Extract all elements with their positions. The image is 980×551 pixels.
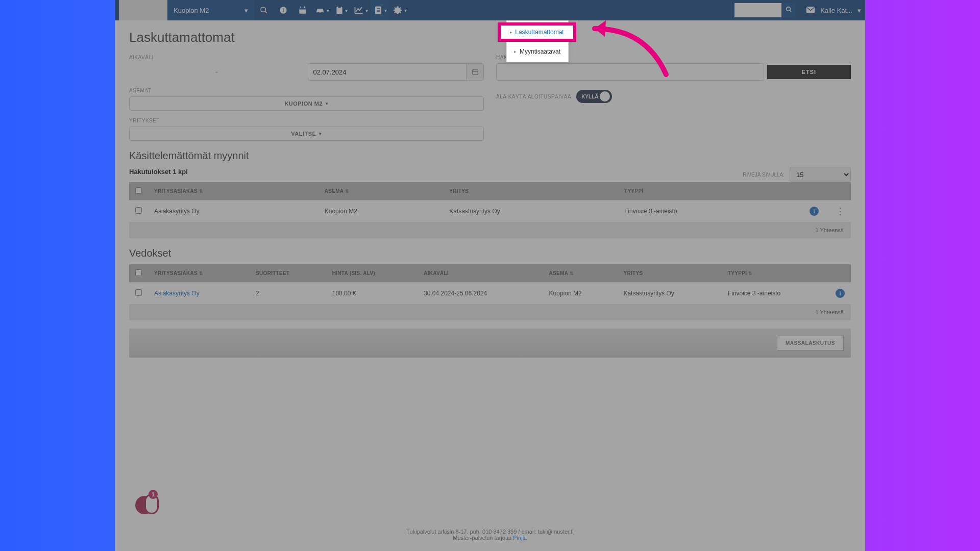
svg-line-1 [265, 11, 266, 13]
yritykset-label: YRITYKSET [129, 118, 484, 123]
gear-icon[interactable] [390, 0, 409, 20]
svg-point-0 [261, 7, 265, 12]
toggle-startdate[interactable]: KYLLÄ [576, 90, 612, 103]
table2-footer: 1 Yhteensä [129, 304, 851, 320]
toggle-label: ÄLÄ KÄYTÄ ALOITUSPÄIVÄÄ [496, 94, 571, 99]
kebab-icon[interactable]: ⋮ [836, 206, 845, 216]
results-count: Hakutulokset 1 kpl [129, 168, 188, 176]
cell2-tyyppi: Finvoice 3 -aineisto [722, 283, 829, 305]
cell-tyyppi: Finvoice 3 -aineisto [618, 201, 799, 222]
top-search [734, 3, 796, 17]
col2-yritys[interactable]: YRITYS [617, 264, 721, 283]
mail-icon [806, 6, 815, 15]
svg-text:i: i [283, 8, 284, 13]
top-search-input[interactable] [734, 3, 781, 17]
cell-asema: Kuopion M2 [318, 201, 444, 222]
massbtn-row: MASSALASKUTUS [129, 329, 851, 358]
section2-title: Vedokset [129, 247, 851, 259]
svg-rect-11 [338, 6, 341, 8]
clipboard-icon[interactable] [332, 0, 351, 20]
content: Laskuttamattomat AIKAVÄLI - ASEMAT KUOPI… [115, 20, 865, 367]
footer: Tukipalvelut arkisin 8-17. puh: 010 3472… [115, 529, 865, 541]
cell2-hinta: 100,00 € [326, 283, 418, 305]
svg-point-8 [317, 12, 318, 13]
col-tyyppi[interactable]: TYYPPI [618, 182, 799, 201]
info-icon[interactable]: i [810, 207, 819, 216]
cell2-suoritteet: 2 [250, 283, 326, 305]
billing-dropdown: Laskuttamattomat Myyntisaatavat [506, 20, 569, 62]
yritykset-dropdown[interactable]: VALITSE [129, 127, 484, 141]
col2-asema[interactable]: ASEMA [543, 264, 618, 283]
cell-yritys: Katsastusyritys Oy [443, 201, 618, 222]
svg-rect-10 [336, 7, 342, 14]
search-icon[interactable] [254, 0, 274, 20]
perpage-label: RIVEJÄ SIVULLA: [743, 172, 785, 178]
row-checkbox[interactable] [135, 207, 142, 214]
top-search-button[interactable] [781, 3, 796, 17]
calendar-icon[interactable] [293, 0, 312, 20]
select-all-2[interactable] [135, 269, 142, 276]
search-button[interactable]: ETSI [767, 65, 851, 79]
list-icon[interactable] [371, 0, 390, 20]
table1-footer: 1 Yhteensä [129, 222, 851, 238]
topbar: Kuopion M2 ▾ i [115, 0, 865, 20]
hakusana-input[interactable] [496, 63, 764, 81]
col-yritysasiakas[interactable]: YRITYSASIAKAS [148, 182, 318, 201]
cell2-yritys: Katsastusyritys Oy [617, 283, 721, 305]
svg-rect-19 [806, 7, 815, 13]
col2-yritysasiakas[interactable]: YRITYSASIAKAS [148, 264, 250, 283]
table-drafts: YRITYSASIAKAS SUORITTEET HINTA (SIS. ALV… [129, 264, 851, 304]
row-checkbox[interactable] [135, 289, 142, 296]
logo [119, 0, 167, 20]
asemat-dropdown[interactable]: KUOPION M2 [129, 96, 484, 111]
col-asema[interactable]: ASEMA [318, 182, 444, 201]
col2-aikavali[interactable]: AIKAVÄLI [418, 264, 543, 283]
chart-icon[interactable] [351, 0, 371, 20]
date-to-input[interactable] [308, 64, 467, 80]
badge-count: 1 [149, 490, 158, 499]
filters: AIKAVÄLI - ASEMAT KUOPION M2 YRITYKSET V… [129, 55, 851, 141]
footer-line1: Tukipalvelut arkisin 8-17. puh: 010 3472… [115, 529, 865, 535]
select-all-1[interactable] [135, 187, 142, 194]
svg-point-17 [786, 7, 790, 11]
date-from[interactable]: - [129, 67, 305, 77]
col2-hinta[interactable]: HINTA (SIS. ALV) [326, 264, 418, 283]
chevron-down-icon: ▾ [244, 7, 248, 14]
chevron-down-icon: ▾ [857, 7, 861, 14]
mass-invoice-button[interactable]: MASSALASKUTUS [777, 336, 844, 350]
calendar-button[interactable] [466, 64, 483, 80]
cell2-aikavali: 30.04.2024-25.06.2024 [418, 283, 543, 305]
table-row: Asiakasyritys Oy 2 100,00 € 30.04.2024-2… [129, 283, 851, 305]
help-widget[interactable]: 1 [135, 490, 160, 514]
asemat-label: ASEMAT [129, 88, 484, 93]
user-name: Kalle Kat... [820, 7, 852, 14]
cell-yritysasiakas: Asiakasyritys Oy [148, 201, 318, 222]
table-row: Asiakasyritys Oy Kuopion M2 Katsastusyri… [129, 201, 851, 222]
footer-link[interactable]: Pinja [513, 535, 525, 541]
col2-suoritteet[interactable]: SUORITTEET [250, 264, 326, 283]
svg-rect-5 [299, 8, 306, 10]
cell2-yritysasiakas[interactable]: Asiakasyritys Oy [148, 283, 250, 305]
perpage-select[interactable]: 15 [790, 167, 851, 182]
page-title: Laskuttamattomat [129, 30, 851, 45]
svg-line-18 [790, 10, 791, 12]
section1-title: Käsittelemättömät myynnit [129, 150, 851, 162]
svg-rect-20 [472, 70, 478, 74]
info-icon[interactable]: i [836, 289, 845, 298]
menu-laskuttamattomat[interactable]: Laskuttamattomat [507, 21, 568, 41]
info-icon[interactable]: i [274, 0, 293, 20]
menu-myyntisaatavat[interactable]: Myyntisaatavat [507, 41, 568, 62]
station-label: Kuopion M2 [174, 7, 209, 14]
table-unprocessed: YRITYSASIAKAS ASEMA YRITYS TYYPPI Asiaka… [129, 182, 851, 222]
user-menu[interactable]: Kalle Kat... ▾ [806, 6, 861, 15]
aikavali-label: AIKAVÄLI [129, 55, 484, 60]
col-yritys[interactable]: YRITYS [443, 182, 618, 201]
svg-point-9 [321, 12, 323, 13]
car-icon[interactable] [312, 0, 332, 20]
cell2-asema: Kuopion M2 [543, 283, 618, 305]
col2-tyyppi[interactable]: TYYPPI [722, 264, 829, 283]
station-dropdown[interactable]: Kuopion M2 ▾ [167, 0, 254, 20]
